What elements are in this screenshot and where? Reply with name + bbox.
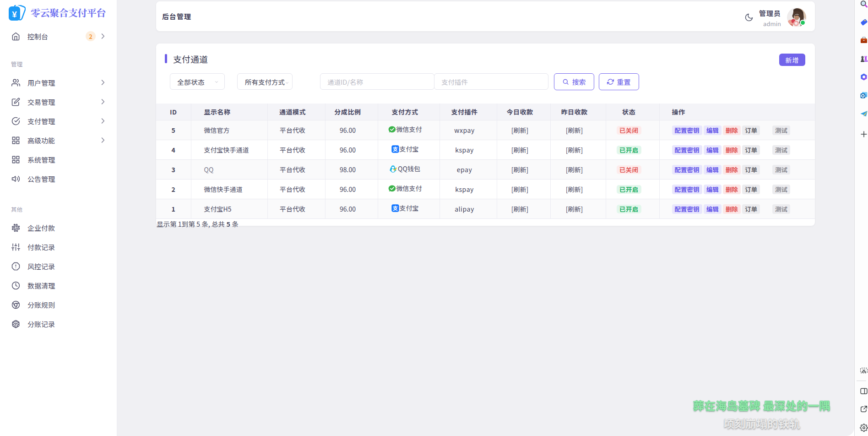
svg-text:支: 支: [392, 145, 397, 153]
svg-text:支: 支: [392, 204, 397, 212]
svg-text:¥: ¥: [12, 10, 17, 19]
